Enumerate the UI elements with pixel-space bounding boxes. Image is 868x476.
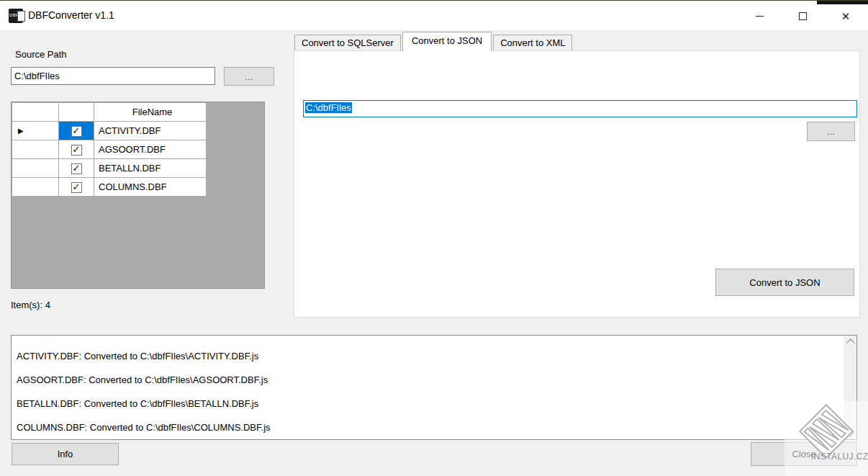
tab-strip: Convert to SQLServer Convert to JSON Con… bbox=[294, 35, 574, 51]
log-lines: ACTIVITY.DBF: Converted to C:\dbfFIles\A… bbox=[17, 351, 271, 434]
log-line: BETALLN.DBF: Converted to C:\dbfFIles\BE… bbox=[17, 398, 258, 409]
table-row[interactable]: AGSOORT.DBF bbox=[12, 140, 207, 159]
titlebar: DBFConverter v1.1 ✕ bbox=[0, 1, 868, 31]
table-row[interactable]: COLUMNS.DBF bbox=[12, 178, 207, 197]
checkbox-cell[interactable] bbox=[59, 159, 94, 178]
tab-convert-to-sqlserver[interactable]: Convert to SQLServer bbox=[294, 35, 401, 51]
convert-to-json-button[interactable]: Convert to JSON bbox=[715, 269, 854, 296]
window-title: DBFConverter v1.1 bbox=[28, 9, 114, 21]
minimize-button[interactable] bbox=[743, 1, 776, 31]
destination-folder-input[interactable]: C:\dbfFIles bbox=[303, 100, 857, 117]
maximize-button[interactable] bbox=[786, 1, 819, 31]
checkbox-checked-icon[interactable] bbox=[71, 163, 82, 174]
current-row-arrow-icon: ▶ bbox=[12, 127, 58, 135]
checkbox-column-header[interactable] bbox=[59, 103, 94, 122]
file-grid: FileName ▶ ACTIVITY.DBF AGSOORT.DBF BETA… bbox=[11, 102, 265, 289]
minimize-icon bbox=[756, 16, 764, 17]
checkbox-checked-icon[interactable] bbox=[71, 145, 82, 156]
tab-convert-to-xml[interactable]: Convert to XML bbox=[493, 35, 572, 51]
tab-convert-to-json[interactable]: Convert to JSON bbox=[402, 32, 492, 51]
close-icon: ✕ bbox=[841, 11, 851, 22]
filename-cell[interactable]: BETALLN.DBF bbox=[94, 159, 207, 178]
filename-cell[interactable]: AGSOORT.DBF bbox=[94, 140, 207, 159]
log-line: ACTIVITY.DBF: Converted to C:\dbfFIles\A… bbox=[17, 351, 258, 362]
checkbox-cell[interactable] bbox=[59, 140, 94, 159]
filename-column-header[interactable]: FileName bbox=[94, 103, 207, 122]
filename-cell[interactable]: COLUMNS.DBF bbox=[94, 178, 207, 197]
file-table: FileName ▶ ACTIVITY.DBF AGSOORT.DBF BETA… bbox=[12, 102, 207, 197]
app-icon bbox=[9, 9, 23, 23]
filename-cell[interactable]: ACTIVITY.DBF bbox=[94, 122, 207, 140]
checkbox-cell[interactable] bbox=[59, 122, 94, 140]
background-window-edge bbox=[817, 1, 868, 4]
source-browse-button[interactable]: ... bbox=[224, 67, 274, 86]
selected-text: C:\dbfFIles bbox=[305, 102, 352, 113]
scroll-up-icon[interactable] bbox=[846, 338, 854, 346]
maximize-icon bbox=[799, 12, 807, 20]
table-header-row: FileName bbox=[12, 103, 207, 122]
conversion-log-textbox[interactable]: ACTIVITY.DBF: Converted to C:\dbfFIles\A… bbox=[11, 335, 857, 440]
watermark-text: INSTALUJ.CZ bbox=[811, 452, 868, 462]
checkbox-checked-icon[interactable] bbox=[71, 126, 82, 137]
log-line: AGSOORT.DBF: Converted to C:\dbfFIles\AG… bbox=[17, 374, 268, 385]
row-header-column bbox=[12, 103, 59, 122]
table-row[interactable]: BETALLN.DBF bbox=[12, 159, 207, 178]
info-button[interactable]: Info bbox=[12, 443, 119, 465]
table-row[interactable]: ▶ ACTIVITY.DBF bbox=[12, 122, 207, 140]
checkbox-checked-icon[interactable] bbox=[71, 182, 82, 193]
source-path-label: Source Path bbox=[15, 49, 67, 60]
close-window-button[interactable]: ✕ bbox=[829, 1, 862, 31]
item-count-label: Item(s): 4 bbox=[11, 300, 50, 310]
checkbox-cell[interactable] bbox=[59, 178, 94, 197]
destination-browse-button[interactable]: ... bbox=[807, 122, 855, 141]
log-line: COLUMNS.DBF: Converted to C:\dbfFIles\CO… bbox=[17, 422, 271, 433]
app-window: { "window": { "title": "DBFConverter v1.… bbox=[0, 0, 868, 476]
source-path-input[interactable] bbox=[11, 67, 215, 85]
